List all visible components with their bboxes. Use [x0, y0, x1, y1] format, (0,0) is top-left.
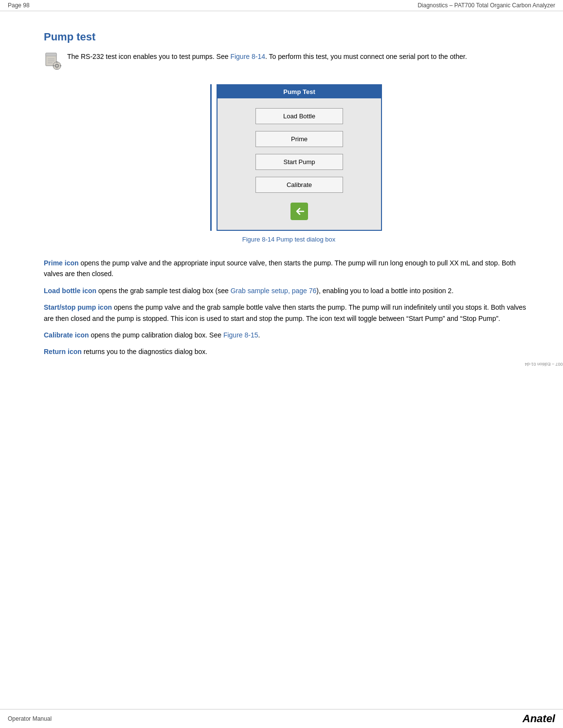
figure-caption: Figure 8-14 Pump test dialog box — [242, 236, 336, 243]
calibrate-button[interactable]: Calibrate — [255, 177, 343, 193]
figure-8-14-link[interactable]: Figure 8-14 — [230, 53, 265, 60]
dialog-wrapper: Pump Test Load Bottle Prime Start Pump C… — [210, 84, 382, 231]
calibrate-description: Calibrate icon opens the pump calibratio… — [44, 330, 534, 340]
svg-rect-1 — [46, 53, 56, 56]
pump-test-dialog: Pump Test Load Bottle Prime Start Pump C… — [217, 84, 382, 231]
grab-sample-link[interactable]: Grab sample setup, page 76 — [231, 287, 317, 295]
figure-8-15-link[interactable]: Figure 8-15 — [223, 331, 258, 339]
page-header: Page 98 Diagnostics – PAT700 Total Organ… — [0, 0, 563, 11]
svg-point-7 — [56, 65, 58, 67]
svg-rect-10 — [53, 65, 54, 66]
prime-button[interactable]: Prime — [255, 131, 343, 147]
svg-rect-9 — [56, 69, 57, 70]
calibrate-term: Calibrate icon — [44, 331, 89, 339]
intro-block: The RS-232 test icon enables you to test… — [44, 51, 534, 70]
load-bottle-term: Load bottle icon — [44, 287, 96, 295]
start-pump-button[interactable]: Start Pump — [255, 154, 343, 170]
document-title: Diagnostics – PAT700 Total Organic Carbo… — [418, 2, 555, 9]
footer-logo: Anatel — [523, 712, 555, 725]
page-footer: Operator Manual Anatel — [0, 709, 563, 728]
dialog-body: Load Bottle Prime Start Pump Calibrate — [218, 98, 381, 230]
prime-description: Prime icon opens the pump valve and the … — [44, 258, 534, 280]
dialog-titlebar: Pump Test — [218, 85, 381, 98]
footer-operator-manual: Operator Manual — [8, 715, 52, 722]
startstop-description: Start/stop pump icon opens the pump valv… — [44, 302, 534, 324]
rs232-test-icon — [44, 52, 61, 70]
main-content: Pump test The RS-2 — [0, 11, 563, 392]
return-description: Return icon returns you to the diagnosti… — [44, 346, 534, 357]
startstop-term: Start/stop pump icon — [44, 303, 112, 311]
return-term: Return icon — [44, 348, 82, 355]
side-text: WGM – 25 July 2007 – Edition 01-d4 — [525, 362, 563, 367]
svg-rect-8 — [56, 61, 57, 63]
svg-rect-11 — [60, 65, 61, 66]
dialog-figure: Pump Test Load Bottle Prime Start Pump C… — [44, 84, 534, 243]
left-border-line — [210, 84, 212, 231]
load-bottle-button[interactable]: Load Bottle — [255, 108, 343, 124]
intro-paragraph: The RS-232 test icon enables you to test… — [67, 51, 467, 62]
section-heading: Pump test — [44, 31, 534, 43]
page-number: Page 98 — [8, 2, 30, 9]
load-bottle-description: Load bottle icon opens the grab sample t… — [44, 285, 534, 296]
prime-term: Prime icon — [44, 259, 79, 267]
return-icon[interactable] — [291, 203, 308, 220]
